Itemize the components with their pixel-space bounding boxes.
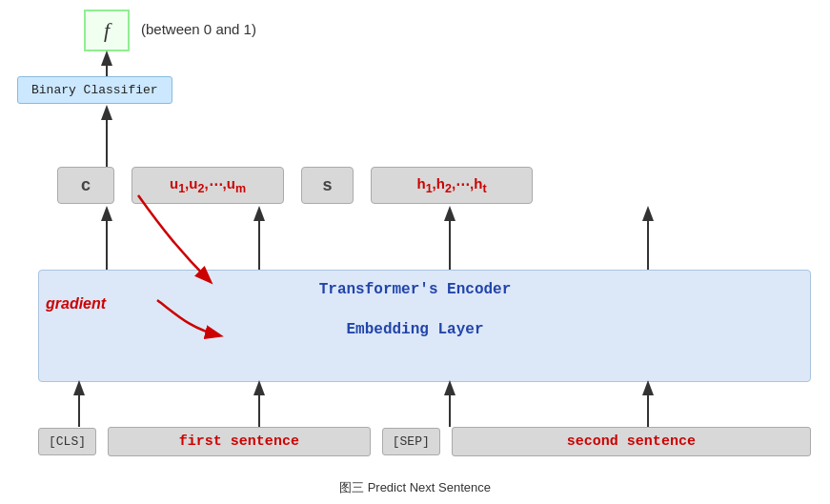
u-label: u1,u2,⋯,um xyxy=(170,175,246,195)
transformer-label: Transformer's Encoder xyxy=(319,281,512,298)
f-symbol: f xyxy=(104,18,110,43)
binary-classifier-box: Binary Classifier xyxy=(17,76,172,104)
diagram-container: f (between 0 and 1) Binary Classifier c … xyxy=(0,0,830,504)
output-c: c xyxy=(57,167,114,204)
caption: 图三 Predict Next Sentence xyxy=(339,479,491,496)
embedding-label: Embedding Layer xyxy=(346,321,483,338)
token-cls: [CLS] xyxy=(38,428,96,455)
s-label: s xyxy=(322,175,332,195)
output-s: s xyxy=(301,167,354,204)
h-label: h1,h2,⋯,ht xyxy=(416,175,486,195)
f-range-label: (between 0 and 1) xyxy=(141,21,256,37)
token-first-sentence: first sentence xyxy=(108,427,371,456)
c-label: c xyxy=(81,175,91,195)
output-row: c u1,u2,⋯,um s h1,h2,⋯,ht xyxy=(57,167,811,204)
token-row: [CLS] first sentence [SEP] second senten… xyxy=(38,427,811,456)
token-sep: [SEP] xyxy=(382,428,440,455)
token-second-sentence: second sentence xyxy=(452,427,811,456)
output-h: h1,h2,⋯,ht xyxy=(371,167,533,204)
f-output-box: f xyxy=(84,10,130,51)
output-u: u1,u2,⋯,um xyxy=(132,167,284,204)
gradient-label: gradient xyxy=(46,295,106,312)
